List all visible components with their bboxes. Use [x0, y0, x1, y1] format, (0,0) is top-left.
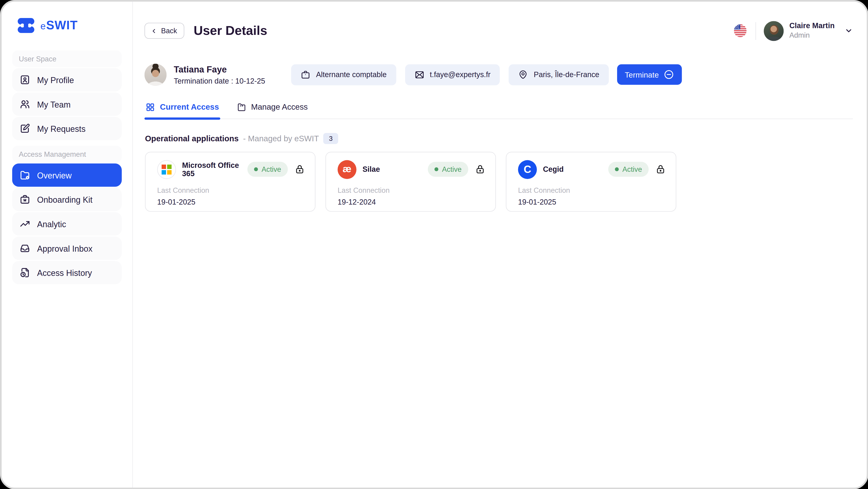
user-summary-row: Tatiana Faye Termination date : 10-12-25…	[133, 47, 867, 86]
app-name: Microsoft Office 365	[182, 161, 247, 178]
nav-section-access-management: Access Management	[12, 146, 122, 162]
logo-text-swit: SWIT	[46, 18, 78, 33]
back-label: Back	[161, 27, 177, 35]
eswit-logo-icon	[17, 16, 35, 35]
logo-text-e: e	[40, 21, 46, 32]
sidebar-item-approval-inbox[interactable]: Approval Inbox	[12, 237, 122, 260]
location-chip: Paris, Île-de-France	[509, 64, 609, 85]
sidebar-item-onboarding-kit[interactable]: Onboarding Kit	[12, 188, 122, 211]
back-button[interactable]: Back	[144, 23, 184, 39]
grid-icon	[146, 103, 155, 112]
admin-identity: Claire Martin Admin	[789, 22, 835, 40]
chevron-left-icon	[151, 28, 157, 34]
minus-circle-icon	[664, 69, 674, 80]
app-window: eSWIT User Space My Profile My Team My R…	[0, 0, 868, 489]
app-card-cegid[interactable]: C Cegid Active Last Connection 19-01-202…	[506, 152, 676, 211]
tab-manage-access[interactable]: Manage Access	[236, 102, 309, 118]
section-title: Operational applications	[145, 134, 239, 143]
trending-up-icon	[19, 219, 30, 230]
file-clock-icon	[19, 267, 30, 278]
last-connection-label: Last Connection	[338, 186, 486, 194]
sidebar-item-my-team[interactable]: My Team	[12, 93, 122, 116]
lock-button[interactable]	[655, 164, 666, 175]
tab-label: Current Access	[160, 103, 219, 112]
app-logo-text: eSWIT	[40, 18, 78, 33]
pencil-square-icon	[19, 123, 30, 134]
user-avatar	[144, 64, 166, 86]
lock-button[interactable]	[294, 164, 305, 175]
main-content: Back User Details	[133, 2, 867, 488]
section-subtitle: - Managed by eSWIT	[243, 134, 319, 143]
id-card-icon	[19, 74, 30, 85]
chevron-down-icon[interactable]	[844, 27, 853, 35]
email-chip: t.faye@expertys.fr	[405, 64, 500, 85]
admin-name: Claire Martin	[789, 22, 835, 31]
sidebar-item-label: My Profile	[37, 75, 74, 85]
sidebar-nav: User Space My Profile My Team My Request…	[12, 50, 122, 284]
briefcase-icon	[301, 70, 310, 80]
app-name: Cegid	[543, 165, 564, 174]
toolbox-icon	[19, 194, 30, 205]
active-status-dot	[615, 168, 619, 172]
app-logo: eSWIT	[17, 16, 132, 35]
header-divider	[756, 22, 756, 40]
card-top-row: Microsoft Office 365 Active	[157, 160, 305, 179]
page-header: Back User Details	[133, 2, 867, 47]
status-badge: Active	[247, 162, 288, 177]
us-flag-icon	[734, 25, 747, 37]
active-status-dot	[254, 168, 258, 172]
application-cards: Microsoft Office 365 Active Last Connect…	[145, 152, 853, 211]
cegid-logo: C	[518, 160, 537, 179]
tab-label: Manage Access	[251, 103, 308, 112]
lock-icon	[475, 164, 486, 175]
microsoft-logo	[157, 160, 176, 179]
sidebar-item-analytic[interactable]: Analytic	[12, 212, 122, 235]
card-top-row: C Cegid Active	[518, 160, 666, 179]
app-card-silae[interactable]: æ Silae Active Last Connection 19-12-202…	[326, 152, 496, 211]
app-card-microsoft-office-365[interactable]: Microsoft Office 365 Active Last Connect…	[145, 152, 315, 211]
active-tab-underline	[144, 118, 220, 120]
sidebar-item-overview[interactable]: Overview	[12, 164, 122, 187]
language-switcher[interactable]	[734, 25, 747, 37]
user-name: Tatiana Faye	[174, 64, 291, 75]
silae-logo-glyph: æ	[338, 160, 356, 179]
sidebar-item-my-profile[interactable]: My Profile	[12, 68, 122, 91]
cegid-logo-glyph: C	[518, 160, 537, 179]
user-identity: Tatiana Faye Termination date : 10-12-25	[174, 64, 291, 85]
lock-button[interactable]	[475, 164, 486, 175]
card-top-right: Active	[247, 162, 305, 177]
page-title: User Details	[194, 24, 267, 38]
app-stage: eSWIT User Space My Profile My Team My R…	[0, 0, 868, 489]
job-chip: Alternante comptable	[291, 64, 396, 85]
email-chip-label: t.faye@expertys.fr	[430, 70, 491, 79]
section-heading: Operational applications - Managed by eS…	[145, 133, 853, 144]
map-pin-icon	[518, 70, 528, 80]
location-chip-label: Paris, Île-de-France	[534, 70, 599, 79]
sidebar-item-my-requests[interactable]: My Requests	[12, 117, 122, 140]
last-connection-date: 19-12-2024	[338, 198, 486, 206]
nav-section-user-space: User Space	[12, 50, 122, 67]
card-top-right: Active	[428, 162, 486, 177]
card-top-row: æ Silae Active	[338, 160, 486, 179]
sidebar: eSWIT User Space My Profile My Team My R…	[2, 2, 133, 488]
user-termination-date: Termination date : 10-12-25	[174, 77, 291, 85]
card-top-right: Active	[608, 162, 666, 177]
app-count-badge: 3	[323, 133, 338, 144]
tab-bar: Current Access Manage Access	[144, 102, 853, 119]
admin-avatar	[764, 21, 784, 41]
folder-icon	[237, 103, 246, 112]
job-chip-label: Alternante comptable	[316, 70, 386, 79]
terminate-button[interactable]: Terminate	[617, 64, 682, 85]
user-menu[interactable]: Claire Martin Admin	[764, 21, 853, 41]
active-status-dot	[434, 168, 438, 172]
tab-current-access[interactable]: Current Access	[144, 102, 220, 118]
last-connection-date: 19-01-2025	[518, 198, 666, 206]
users-icon	[19, 98, 30, 110]
status-label: Active	[261, 165, 281, 174]
header-right: Claire Martin Admin	[734, 21, 853, 41]
sidebar-item-access-history[interactable]: Access History	[12, 261, 122, 284]
folder-gear-icon	[19, 170, 30, 180]
status-label: Active	[442, 165, 462, 174]
lock-icon	[294, 164, 305, 175]
sidebar-item-label: My Requests	[37, 124, 86, 133]
